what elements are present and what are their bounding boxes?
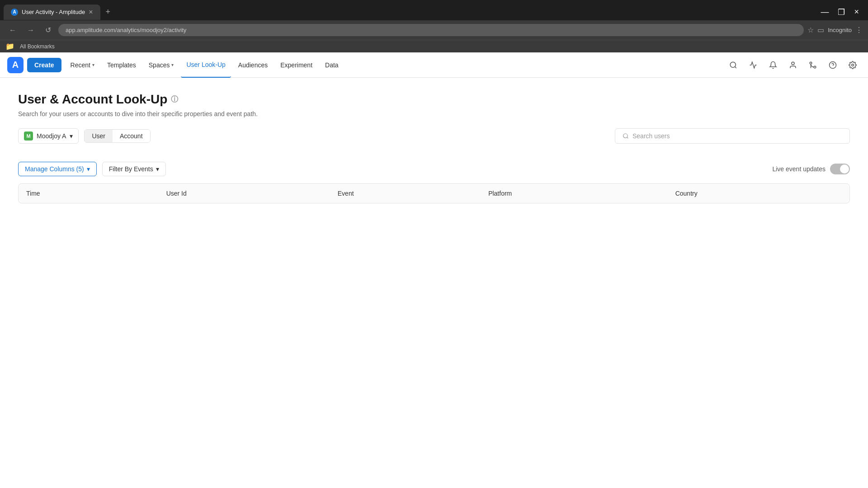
org-name: Moodjoy A [37,132,66,140]
search-users-icon [623,133,629,139]
maximize-button[interactable]: ❐ [834,5,849,19]
create-button[interactable]: Create [27,58,61,72]
svg-point-8 [623,134,627,138]
org-chevron-icon: ▾ [70,132,73,140]
bookmarks-folder-icon: 📁 [5,42,14,51]
search-users-placeholder: Search users [632,132,670,140]
reader-mode-icon[interactable]: ▭ [817,26,824,34]
tab-close-button[interactable]: × [89,8,93,16]
url-text: app.amplitude.com/analytics/moodjoy2/act… [66,27,186,33]
org-avatar: M [24,131,33,141]
org-selector[interactable]: M Moodjoy A ▾ [18,128,79,144]
nav-audiences[interactable]: Audiences [233,52,273,78]
live-event-toggle: Live event updates [772,164,850,174]
amplitude-logo[interactable]: A [7,57,24,73]
svg-line-1 [735,66,736,68]
svg-line-9 [627,137,628,139]
live-event-label: Live event updates [772,165,826,173]
page-subtitle: Search for your users or accounts to div… [18,110,850,117]
person-icon[interactable] [785,57,801,73]
chevron-down-icon: ▾ [92,62,94,67]
help-icon[interactable] [825,57,841,73]
nav-user-lookup[interactable]: User Look-Up [181,52,231,78]
search-icon[interactable] [725,57,741,73]
browser-chrome: A User Activity - Amplitude × + — ❐ × ← … [0,0,868,52]
manage-columns-button[interactable]: Manage Columns (5) ▾ [18,162,97,176]
filter-by-events-button[interactable]: Filter By Events ▾ [102,162,166,176]
nav-menu: Recent ▾ Templates Spaces ▾ User Look-Up… [65,52,722,78]
info-icon[interactable]: ⓘ [171,95,178,104]
chevron-down-icon: ▾ [171,62,174,67]
user-account-tabs: User Account [84,129,150,143]
nav-recent[interactable]: Recent ▾ [65,52,100,78]
nav-spaces[interactable]: Spaces ▾ [143,52,179,78]
live-event-toggle-switch[interactable] [830,164,850,174]
user-tab-button[interactable]: User [85,130,113,142]
search-users-input[interactable]: Search users [615,128,850,144]
header-icons [725,57,861,73]
browser-toolbar: ← → ↺ app.amplitude.com/analytics/moodjo… [0,20,868,40]
branch-icon[interactable] [805,57,821,73]
svg-point-7 [852,64,854,66]
close-window-button[interactable]: × [850,5,863,19]
back-button[interactable]: ← [5,24,20,36]
account-tab-button[interactable]: Account [113,130,150,142]
col-time[interactable]: Time [19,184,159,203]
col-user-id[interactable]: User Id [159,184,330,203]
svg-point-0 [730,62,736,67]
nav-experiment[interactable]: Experiment [275,52,318,78]
col-platform[interactable]: Platform [481,184,668,203]
svg-point-3 [814,66,816,68]
bookmark-star-icon[interactable]: ☆ [807,26,814,34]
col-event[interactable]: Event [330,184,481,203]
svg-point-4 [810,62,812,64]
settings-icon[interactable] [844,57,861,73]
forward-button[interactable]: → [24,24,38,36]
bell-icon[interactable] [765,57,781,73]
new-tab-button[interactable]: + [100,4,116,20]
manage-columns-chevron-icon: ▾ [87,165,90,173]
bookmarks-bar: 📁 All Bookmarks [0,40,868,52]
filter-events-chevron-icon: ▾ [156,165,159,173]
extensions-icon[interactable]: ⋮ [855,26,863,34]
browser-actions: ☆ ▭ Incognito ⋮ [807,26,863,34]
address-bar[interactable]: app.amplitude.com/analytics/moodjoy2/act… [58,24,804,36]
all-bookmarks-link[interactable]: All Bookmarks [16,42,58,51]
main-content: User & Account Look-Up ⓘ Search for your… [0,78,868,218]
minimize-button[interactable]: — [817,5,832,19]
tab-favicon: A [11,9,18,16]
chart-icon[interactable] [745,57,761,73]
window-controls: — ❐ × [811,5,868,19]
search-users-container: Search users [615,128,850,144]
col-country[interactable]: Country [668,184,849,203]
table-controls: Manage Columns (5) ▾ Filter By Events ▾ … [18,155,850,176]
nav-templates[interactable]: Templates [102,52,142,78]
table-header-row: Time User Id Event Platform Country [19,184,849,203]
tab-title: User Activity - Amplitude [22,9,85,15]
data-table: Time User Id Event Platform Country [19,184,849,203]
svg-point-2 [792,62,794,65]
nav-data[interactable]: Data [320,52,344,78]
incognito-label: Incognito [828,27,852,33]
page-title: User & Account Look-Up ⓘ [18,92,850,107]
app-header: A Create Recent ▾ Templates Spaces ▾ Use… [0,52,868,78]
data-table-wrapper: Time User Id Event Platform Country [18,183,850,203]
refresh-button[interactable]: ↺ [42,24,55,36]
browser-tab[interactable]: A User Activity - Amplitude × [4,5,100,20]
